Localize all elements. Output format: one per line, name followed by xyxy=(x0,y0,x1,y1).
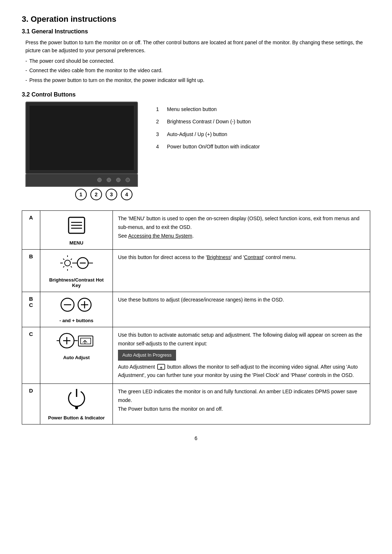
row-b-desc-text: Use this button for direct access to the… xyxy=(118,254,297,260)
row-a-icon-cell: MENU xyxy=(40,210,113,249)
bullet-2: Connect the video cable from the monitor… xyxy=(25,66,370,74)
svg-line-10 xyxy=(71,266,72,267)
page-title: 3. Operation instructions xyxy=(22,15,370,24)
button-list-item-3: 3 Auto-Adjust / Up (+) button xyxy=(156,130,370,138)
row-d-desc-line1: The green LED indicates the monitor is o… xyxy=(118,389,357,403)
table-row-a: A MENU The 'MENU' button is used to open… xyxy=(22,210,370,249)
row-a-desc: The 'MENU' button is used to open the on… xyxy=(113,210,370,249)
section-31: 3.1 General Instructions Press the power… xyxy=(22,28,370,84)
row-c-icon-cell: Auto Adjust xyxy=(40,327,113,383)
row-d-label: D xyxy=(22,384,40,424)
control-buttons-layout: 1 2 3 4 1 Menu selection button 2 Bright… xyxy=(22,102,370,203)
btn-num-2: 2 xyxy=(90,189,102,200)
row-b-icon-label: Brightness/Contrast Hot Key xyxy=(45,277,107,288)
btn-list-num-4: 4 xyxy=(156,143,163,151)
table-row-d: D Power Button & Indicator The green LED… xyxy=(22,384,370,424)
monitor-btn-3 xyxy=(116,178,121,182)
button-list-item-2: 2 Brightness Contrast / Down (-) button xyxy=(156,118,370,126)
row-b-icon-cell: Brightness/Contrast Hot Key xyxy=(40,249,113,292)
svg-point-4 xyxy=(65,260,70,266)
btn-list-desc-3: Auto-Adjust / Up (+) button xyxy=(167,130,227,138)
svg-line-11 xyxy=(63,266,64,267)
button-list-item-4: 4 Power button On/Off button with indica… xyxy=(156,143,370,151)
monitor-base-area xyxy=(25,174,138,187)
svg-line-9 xyxy=(63,259,64,260)
row-c-desc-after-prefix: Auto Adjustment xyxy=(118,364,155,370)
auto-adjust-bar: Auto Adjust In Progress xyxy=(118,350,176,361)
button-numbers: 1 2 3 4 xyxy=(25,189,138,200)
bullet-1: The power cord should be connected. xyxy=(25,57,370,65)
brightness-contrast-icon xyxy=(60,253,93,273)
bullet-3: Press the power button to turn on the mo… xyxy=(25,76,370,84)
monitor-image: 1 2 3 4 xyxy=(22,102,145,203)
row-bc-icon-label: - and + buttons xyxy=(45,318,107,323)
svg-line-12 xyxy=(71,259,72,260)
row-b-label: B xyxy=(22,249,40,292)
row-bc-label: B C xyxy=(22,292,40,327)
row-c-desc: Use this button to activate automatic se… xyxy=(113,327,370,383)
power-icon xyxy=(66,387,87,411)
row-a-link-text: Accessing the Menu System xyxy=(128,233,192,239)
auto-adjust-inline-icon xyxy=(157,364,165,370)
row-bc-desc: Use these buttons to adjust (decrease/in… xyxy=(113,292,370,327)
row-a-see-text: See xyxy=(118,233,128,239)
btn-num-1: 1 xyxy=(75,189,87,200)
section-32: 3.2 Control Buttons 1 2 xyxy=(22,91,370,203)
btn-list-desc-4: Power button On/Off button with indicato… xyxy=(167,143,260,151)
svg-line-30 xyxy=(83,340,85,342)
svg-point-38 xyxy=(75,406,78,409)
row-a-period: . xyxy=(192,233,194,239)
btn-list-num-3: 3 xyxy=(156,130,163,138)
monitor-body xyxy=(25,102,138,174)
section-32-heading: 3.2 Control Buttons xyxy=(22,91,370,98)
monitor-btn-1 xyxy=(97,178,102,182)
row-a-desc-text: The 'MENU' button is used to open the on… xyxy=(118,216,359,230)
monitor-btn-2 xyxy=(107,178,111,182)
row-bc-desc-text: Use these buttons to adjust (decrease/in… xyxy=(118,297,284,303)
row-d-icon-cell: Power Button & Indicator xyxy=(40,384,113,424)
table-row-c: C Auto Adjust Use this but xyxy=(22,327,370,383)
row-d-icon-label: Power Button & Indicator xyxy=(45,415,107,420)
btn-list-num-1: 1 xyxy=(156,105,163,113)
row-bc-icon-cell: - and + buttons xyxy=(40,292,113,327)
operations-table: A MENU The 'MENU' button is used to open… xyxy=(22,210,370,424)
table-row-b: B Brig xyxy=(22,249,370,292)
button-list: 1 Menu selection button 2 Brightness Con… xyxy=(156,102,370,155)
table-row-bc: B C - and + buttons Use these buttons to… xyxy=(22,292,370,327)
row-a-icon-label: MENU xyxy=(45,240,107,246)
monitor-btn-power xyxy=(126,178,130,182)
section-31-heading: 3.1 General Instructions xyxy=(22,28,370,35)
row-d-desc: The green LED indicates the monitor is o… xyxy=(113,384,370,424)
auto-adjust-icon xyxy=(57,331,97,351)
row-d-desc-line2: The Power button turns the monitor on an… xyxy=(118,406,223,412)
row-c-label: C xyxy=(22,327,40,383)
section-31-para: Press the power button to turn the monit… xyxy=(25,38,370,55)
btn-num-3: 3 xyxy=(106,189,117,200)
btn-num-4: 4 xyxy=(121,189,132,200)
row-c-icon-label: Auto Adjust xyxy=(45,355,107,360)
btn-list-desc-2: Brightness Contrast / Down (-) button xyxy=(167,118,251,126)
button-list-item-1: 1 Menu selection button xyxy=(156,105,370,113)
btn-list-num-2: 2 xyxy=(156,118,163,126)
row-c-desc-before: Use this button to activate automatic se… xyxy=(118,332,362,346)
row-b-desc: Use this button for direct access to the… xyxy=(113,249,370,292)
row-a-label: A xyxy=(22,210,40,249)
page-number: 6 xyxy=(22,435,370,441)
btn-list-desc-1: Menu selection button xyxy=(167,105,217,113)
monitor-screen xyxy=(29,105,134,171)
svg-line-31 xyxy=(85,340,87,342)
menu-icon xyxy=(66,214,87,236)
monitor-drawing: 1 2 3 4 xyxy=(22,102,145,203)
minus-plus-icon xyxy=(58,296,95,314)
